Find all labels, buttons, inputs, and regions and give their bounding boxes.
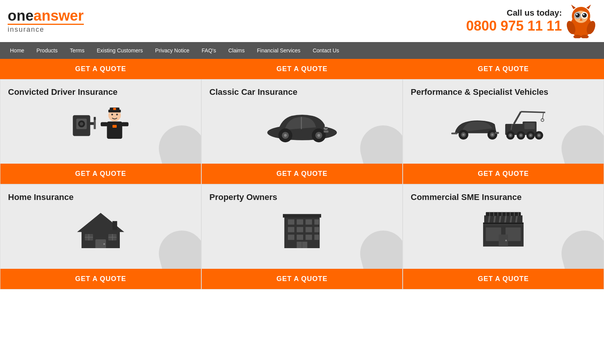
logo-text: oneanswer	[8, 8, 84, 23]
commercial-sme-icon	[475, 210, 532, 248]
svg-rect-98	[314, 235, 319, 240]
svg-rect-114	[486, 212, 521, 216]
product-card-performance: Performance & Specialist Vehicles	[403, 79, 604, 184]
svg-point-21	[80, 122, 83, 125]
quote-btn-convicted[interactable]: GET A QUOTE	[0, 164, 201, 184]
call-box: Call us today: 0800 975 11 11	[466, 8, 562, 34]
nav-faqs[interactable]: FAQ's	[196, 42, 222, 59]
svg-line-103	[494, 215, 495, 223]
product-card-inner-commercial: Commercial SME Insurance	[403, 185, 604, 269]
svg-point-113	[505, 240, 507, 241]
svg-point-59	[509, 135, 511, 136]
convicted-driver-icon	[62, 105, 139, 143]
svg-rect-108	[483, 223, 524, 225]
svg-rect-94	[314, 227, 319, 232]
nav-contact-us[interactable]: Contact Us	[307, 42, 345, 59]
quote-btn-home[interactable]: GET A QUOTE	[0, 269, 201, 289]
svg-point-68	[538, 135, 540, 136]
svg-rect-95	[288, 235, 294, 240]
svg-rect-90	[314, 219, 319, 225]
product-card-home: Home Insurance	[0, 184, 201, 289]
classic-car-icon	[257, 105, 347, 143]
svg-line-70	[521, 112, 545, 112]
svg-rect-56	[524, 123, 535, 129]
quote-btn-commercial[interactable]: GET A QUOTE	[403, 269, 604, 289]
quote-btn-classic[interactable]: GET A QUOTE	[202, 164, 402, 184]
svg-line-107	[516, 215, 517, 223]
svg-rect-31	[101, 122, 108, 126]
nav-home[interactable]: Home	[4, 42, 30, 59]
nav-products[interactable]: Products	[30, 42, 64, 59]
product-card-inner-property: Property Owners	[202, 185, 402, 269]
svg-rect-87	[288, 219, 294, 225]
svg-point-33	[111, 114, 113, 115]
svg-point-39	[284, 134, 287, 136]
quote-btn-performance[interactable]: GET A QUOTE	[403, 164, 604, 184]
product-card-inner-home: Home Insurance	[0, 185, 201, 269]
product-title-performance: Performance & Specialist Vehicles	[411, 87, 596, 97]
svg-rect-93	[305, 227, 312, 232]
owl-mascot	[566, 4, 596, 38]
product-icon-home	[8, 206, 193, 252]
product-card-inner-performance: Performance & Specialist Vehicles	[403, 80, 604, 164]
product-title-property: Property Owners	[209, 192, 395, 202]
property-icon	[273, 210, 331, 248]
svg-rect-24	[94, 117, 96, 120]
svg-point-65	[530, 135, 532, 136]
nav-terms[interactable]: Terms	[64, 42, 91, 59]
svg-line-102	[488, 215, 490, 223]
owl-icon	[566, 4, 596, 38]
svg-rect-75	[113, 221, 117, 230]
nav-privacy-notice[interactable]: Privacy Notice	[149, 42, 195, 59]
svg-rect-97	[305, 235, 312, 240]
performance-icon	[451, 105, 556, 143]
nav-financial-services[interactable]: Financial Services	[251, 42, 307, 59]
svg-point-11	[576, 14, 578, 15]
product-icon-property	[209, 206, 395, 252]
header-right: Call us today: 0800 975 11 11	[466, 4, 596, 38]
product-card-convicted-driver: Convicted Driver Insurance	[0, 79, 201, 184]
svg-rect-53	[495, 132, 499, 134]
product-title-convicted: Convicted Driver Insurance	[8, 87, 193, 97]
top-quote-btn-3[interactable]: GET A QUOTE	[403, 59, 604, 79]
svg-line-71	[542, 112, 544, 119]
header: oneanswer insurance Call us today: 0800 …	[0, 0, 604, 42]
nav-claims[interactable]: Claims	[222, 42, 251, 59]
svg-point-12	[583, 14, 584, 15]
svg-marker-3	[586, 5, 591, 9]
svg-line-106	[511, 215, 512, 223]
logo-answer: answer	[34, 8, 84, 24]
svg-rect-32	[122, 122, 129, 126]
svg-point-7	[575, 13, 580, 18]
svg-rect-52	[451, 133, 457, 135]
product-card-classic-car: Classic Car Insurance	[201, 79, 403, 184]
svg-rect-45	[325, 127, 327, 128]
logo[interactable]: oneanswer insurance	[8, 8, 84, 34]
svg-rect-28	[113, 108, 116, 110]
navbar: Home Products Terms Existing Customers P…	[0, 42, 604, 59]
svg-rect-91	[288, 227, 294, 232]
svg-rect-96	[297, 235, 303, 240]
svg-line-105	[505, 215, 506, 223]
product-icon-convicted	[8, 101, 193, 147]
product-card-property: Property Owners	[201, 184, 403, 289]
svg-point-34	[116, 114, 118, 115]
top-quote-row: GET A QUOTE GET A QUOTE GET A QUOTE	[0, 59, 604, 79]
product-icon-commercial	[411, 206, 596, 252]
call-label: Call us today:	[466, 8, 562, 18]
product-card-commercial: Commercial SME Insurance	[403, 184, 604, 289]
quote-btn-property[interactable]: GET A QUOTE	[202, 269, 402, 289]
product-icon-classic	[209, 101, 395, 147]
svg-point-8	[582, 13, 587, 18]
svg-rect-23	[94, 119, 96, 129]
top-quote-btn-2[interactable]: GET A QUOTE	[201, 59, 403, 79]
home-icon	[72, 210, 129, 248]
svg-line-69	[514, 112, 521, 124]
svg-rect-92	[297, 227, 303, 232]
products-grid: Convicted Driver Insurance	[0, 79, 604, 289]
svg-rect-30	[113, 125, 117, 128]
top-quote-btn-1[interactable]: GET A QUOTE	[0, 59, 201, 79]
svg-rect-44	[323, 130, 328, 132]
logo-one: one	[8, 8, 34, 24]
nav-existing-customers[interactable]: Existing Customers	[91, 42, 149, 59]
